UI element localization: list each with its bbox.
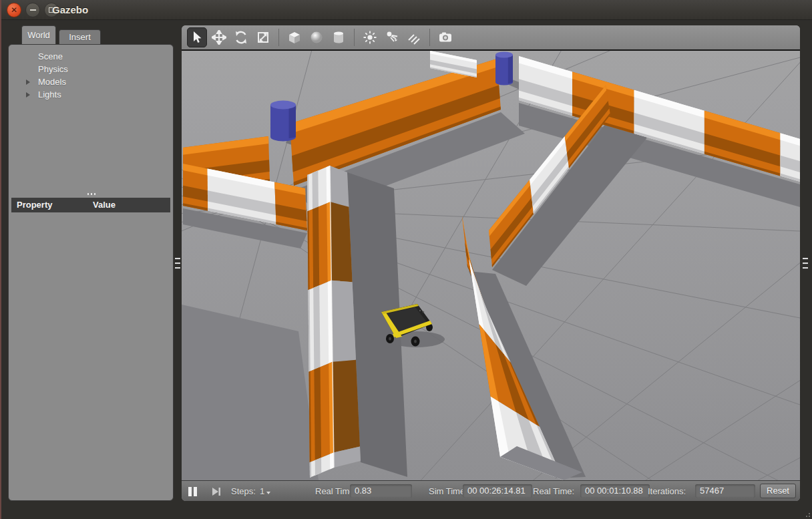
window-resize-grip[interactable] — [803, 510, 810, 517]
sphere-icon — [309, 29, 325, 45]
cursor-arrow-icon — [190, 31, 204, 44]
rotate-arrows-icon — [234, 30, 248, 45]
box-tool-button[interactable] — [284, 27, 304, 47]
simulation-status-bar: Steps: 1 Real Time Fact 0.83 Sim Time: 0… — [182, 480, 800, 501]
step-button[interactable] — [211, 481, 222, 501]
toolbar-separator — [354, 29, 355, 46]
render-viewport: Steps: 1 Real Time Fact 0.83 Sim Time: 0… — [182, 25, 800, 501]
scale-arrows-icon — [256, 30, 270, 45]
directional-light-icon — [407, 30, 421, 45]
left-splitter[interactable] — [174, 25, 182, 501]
rotate-tool-button[interactable] — [231, 27, 251, 47]
tree-item-models[interactable]: Models — [38, 77, 66, 87]
tree-item-lights[interactable]: Lights — [38, 90, 61, 100]
sun-icon — [363, 30, 377, 45]
point-light-tool-button[interactable] — [360, 27, 380, 47]
world-panel: Scene Physics Models Lights Property Val… — [8, 44, 174, 501]
splitter-grip[interactable] — [175, 258, 180, 269]
iterations-field[interactable]: 57467 — [695, 484, 755, 498]
real-time-label: Real Time: — [533, 481, 574, 501]
pause-button[interactable] — [188, 481, 197, 501]
screenshot-tool-button[interactable] — [435, 27, 455, 47]
translate-tool-button[interactable] — [209, 27, 229, 47]
tab-world[interactable]: World — [21, 25, 56, 44]
scene-3d-view[interactable] — [182, 51, 800, 480]
steps-value[interactable]: 1 — [260, 481, 264, 501]
tree-item-scene[interactable]: Scene — [38, 51, 63, 61]
jersey-barrier-wall — [307, 166, 334, 478]
construction-cylinder — [495, 52, 513, 85]
move-arrows-icon — [212, 30, 226, 45]
value-column-header: Value — [93, 198, 116, 212]
steps-label: Steps: — [231, 481, 256, 501]
property-column-header: Property — [17, 198, 52, 212]
sphere-tool-button[interactable] — [307, 27, 327, 47]
property-value-header: Property Value — [11, 198, 170, 212]
construction-cylinder — [270, 101, 296, 142]
real-time-field[interactable]: 00 00:01:10.88 — [580, 484, 650, 498]
title-bar: ✕ Gazebo — [1, 0, 812, 20]
window-title: Gazebo — [52, 0, 88, 20]
expand-arrow-icon[interactable] — [26, 92, 30, 98]
gazebo-world-canvas — [182, 51, 800, 480]
scale-tool-button[interactable] — [253, 27, 273, 47]
splitter-grip[interactable] — [803, 258, 808, 269]
sim-time-label: Sim Time: — [429, 481, 467, 501]
right-splitter[interactable] — [801, 25, 809, 501]
expand-arrow-icon[interactable] — [26, 79, 30, 85]
tab-insert[interactable]: Insert — [59, 29, 101, 44]
render-toolbar — [182, 25, 800, 51]
reset-button[interactable]: Reset — [760, 484, 796, 498]
close-button[interactable]: ✕ — [7, 3, 21, 17]
select-tool-button[interactable] — [187, 27, 207, 47]
tree-item-physics[interactable]: Physics — [38, 64, 68, 74]
spot-light-tool-button[interactable] — [382, 27, 402, 47]
cylinder-icon — [331, 29, 347, 45]
toolbar-separator — [429, 29, 430, 46]
cylinder-tool-button[interactable] — [329, 27, 349, 47]
iterations-label: Iterations: — [648, 481, 686, 501]
camera-icon — [437, 29, 453, 45]
spot-light-icon — [385, 30, 399, 45]
steps-spinner-icon[interactable] — [266, 492, 270, 494]
sim-time-field[interactable]: 00 00:26:14.81 — [463, 484, 532, 498]
directional-light-tool-button[interactable] — [404, 27, 424, 47]
panel-splitter-grip[interactable] — [87, 193, 98, 196]
minimize-button[interactable] — [25, 3, 40, 17]
step-forward-icon — [211, 486, 222, 497]
cube-icon — [286, 29, 302, 45]
real-time-factor-field[interactable]: 0.83 — [350, 484, 412, 498]
toolbar-separator — [278, 29, 279, 46]
